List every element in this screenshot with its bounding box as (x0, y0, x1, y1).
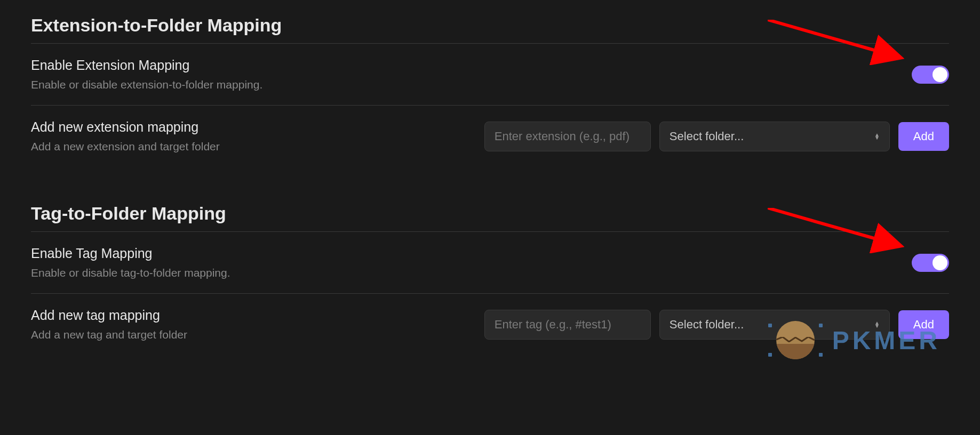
toggle-knob (933, 255, 947, 270)
add-tag-setting: Add new tag mapping Add a new tag and ta… (31, 294, 949, 355)
enable-extension-setting: Enable Extension Mapping Enable or disab… (31, 44, 949, 106)
tag-input[interactable] (484, 310, 651, 340)
enable-extension-toggle[interactable] (912, 66, 949, 84)
add-extension-setting: Add new extension mapping Add a new exte… (31, 106, 949, 167)
svg-line-1 (768, 20, 898, 57)
chevron-up-down-icon: ▲▼ (874, 321, 880, 328)
toggle-knob (933, 67, 947, 82)
enable-tag-setting: Enable Tag Mapping Enable or disable tag… (31, 232, 949, 294)
svg-line-3 (768, 208, 898, 245)
setting-control: Select folder... ▲▼ Add (484, 122, 949, 151)
extension-folder-select[interactable]: Select folder... ▲▼ (659, 122, 890, 151)
chevron-up-down-icon: ▲▼ (874, 133, 880, 140)
tag-mapping-section: Tag-to-Folder Mapping Enable Tag Mapping… (31, 188, 949, 355)
tag-folder-select[interactable]: Select folder... ▲▼ (659, 310, 890, 340)
add-extension-button[interactable]: Add (898, 122, 949, 151)
add-extension-description: Add a new extension and target folder (31, 140, 484, 153)
select-label: Select folder... (670, 318, 744, 332)
setting-control (912, 66, 949, 84)
select-label: Select folder... (670, 130, 744, 143)
add-tag-title: Add new tag mapping (31, 308, 484, 323)
extension-mapping-section: Extension-to-Folder Mapping Enable Exten… (31, 0, 949, 167)
arrow-annotation-icon (768, 208, 906, 253)
setting-control: Select folder... ▲▼ Add (484, 310, 949, 340)
enable-extension-description: Enable or disable extension-to-folder ma… (31, 78, 912, 91)
add-tag-button[interactable]: Add (898, 310, 949, 339)
setting-info: Add new extension mapping Add a new exte… (31, 119, 484, 153)
enable-tag-toggle[interactable] (912, 254, 949, 272)
extension-input[interactable] (484, 122, 651, 151)
add-extension-title: Add new extension mapping (31, 119, 484, 135)
setting-info: Add new tag mapping Add a new tag and ta… (31, 308, 484, 341)
enable-tag-description: Enable or disable tag-to-folder mapping. (31, 267, 912, 279)
setting-control (912, 254, 949, 272)
add-tag-description: Add a new tag and target folder (31, 328, 484, 341)
arrow-annotation-icon (768, 20, 906, 65)
